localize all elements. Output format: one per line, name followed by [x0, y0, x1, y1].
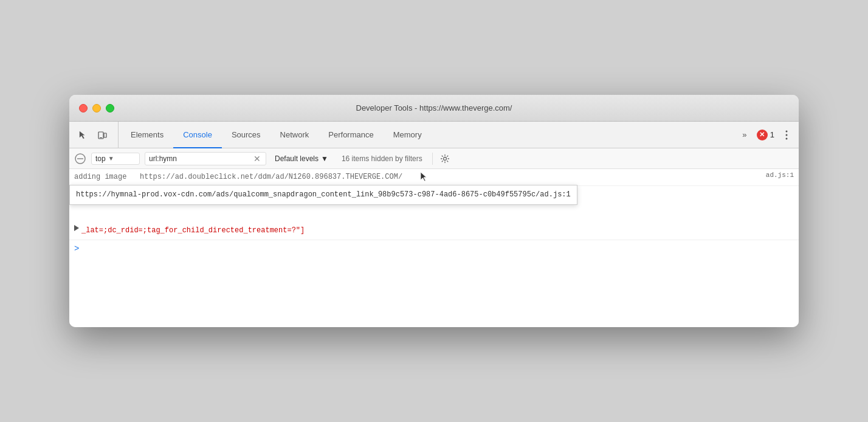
console-row-2-text: _lat=;dc_rdid=;tag_for_child_directed_tr… [81, 225, 794, 237]
filter-input[interactable] [149, 154, 250, 163]
minimize-button[interactable] [92, 104, 101, 112]
hidden-items-info: 16 items hidden by filters [337, 154, 427, 163]
gear-icon [440, 154, 450, 164]
clear-filter-button[interactable]: ✕ [252, 154, 262, 164]
error-count: 1 [770, 130, 774, 139]
more-tabs-button[interactable]: » [737, 128, 752, 142]
svg-point-3 [786, 130, 788, 132]
log-levels-selector[interactable]: Default levels ▼ [271, 153, 332, 164]
device-toolbar-button[interactable] [94, 126, 111, 144]
console-settings-button[interactable] [438, 151, 452, 166]
title-bar: Developer Tools - https://www.theverge.c… [69, 95, 799, 122]
context-selector[interactable]: top ▼ [91, 153, 140, 165]
prompt-arrow-icon[interactable]: > [74, 244, 79, 254]
context-dropdown-arrow: ▼ [108, 155, 114, 162]
devtools-window: Developer Tools - https://www.theverge.c… [69, 95, 799, 327]
device-icon [97, 130, 107, 140]
clear-console-button[interactable] [74, 153, 86, 165]
tab-network[interactable]: Network [270, 122, 319, 148]
close-button[interactable] [79, 104, 88, 112]
tab-console[interactable]: Console [173, 122, 222, 148]
levels-label: Default levels [275, 154, 319, 163]
tab-memory[interactable]: Memory [384, 122, 432, 148]
console-row-1-source: ad.js:1 [766, 171, 794, 179]
traffic-lights [79, 104, 114, 112]
console-row-1: adding image https://ad.doubleclick.net/… [69, 169, 799, 186]
tab-bar-right: » ✕ 1 [732, 122, 794, 148]
tab-elements[interactable]: Elements [121, 122, 173, 148]
error-circle: ✕ [757, 130, 768, 140]
console-toolbar: top ▼ ✕ Default levels ▼ 16 items hidden… [69, 148, 799, 169]
error-x-icon: ✕ [759, 131, 765, 138]
console-row-1-text: adding image https://ad.doubleclick.net/… [74, 171, 761, 183]
window-title: Developer Tools - https://www.theverge.c… [356, 103, 512, 112]
console-content: adding image https://ad.doubleclick.net/… [69, 169, 799, 327]
maximize-button[interactable] [106, 104, 114, 112]
svg-rect-1 [104, 133, 106, 137]
devtools-menu-button[interactable] [779, 128, 794, 142]
expand-arrow[interactable] [74, 225, 79, 231]
svg-point-4 [786, 134, 788, 136]
mouse-cursor-icon [420, 171, 428, 182]
toolbar-divider [432, 153, 433, 165]
inspect-element-button[interactable] [74, 126, 91, 144]
url-preview-tooltip: https://hymnal-prod.vox-cdn.com/ads/qual… [69, 185, 577, 205]
tab-performance[interactable]: Performance [319, 122, 383, 148]
tab-bar: Elements Console Sources Network Perform… [69, 122, 799, 148]
levels-dropdown-arrow: ▼ [321, 154, 328, 163]
svg-point-5 [786, 137, 788, 139]
tab-bar-tools [74, 122, 119, 148]
context-value: top [95, 154, 106, 163]
console-prompt[interactable]: > [69, 240, 799, 257]
inspect-icon [78, 130, 88, 140]
filter-input-wrap: ✕ [145, 152, 266, 165]
error-badge[interactable]: ✕ 1 [757, 130, 774, 140]
no-entry-icon [75, 153, 86, 164]
svg-point-8 [443, 157, 446, 160]
console-row-2: _lat=;dc_rdid=;tag_for_child_directed_tr… [69, 223, 799, 240]
tab-list: Elements Console Sources Network Perform… [121, 122, 732, 148]
tab-sources[interactable]: Sources [222, 122, 270, 148]
three-dots-icon [785, 130, 788, 140]
url-preview-text: https://hymnal-prod.vox-cdn.com/ads/qual… [76, 190, 571, 199]
